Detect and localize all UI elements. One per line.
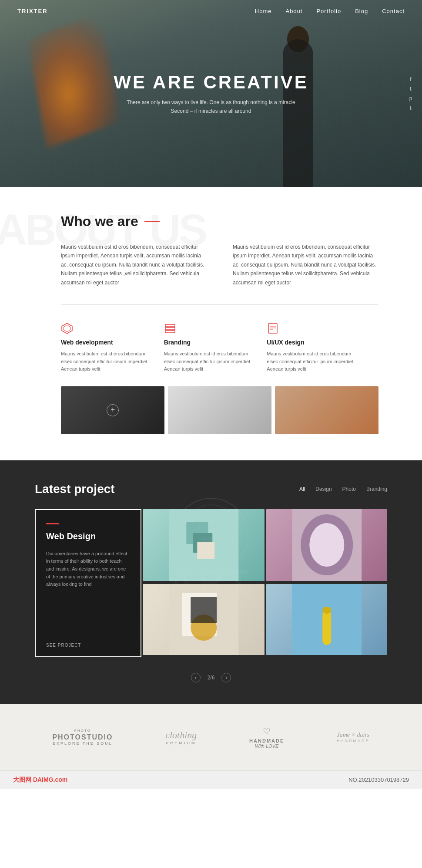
project-image-4[interactable] bbox=[266, 584, 388, 655]
hero-subtitle-2: Second – if miracles are all around bbox=[114, 107, 308, 115]
brand-clothing-name: clothing bbox=[165, 730, 197, 741]
watermark-footer: 大图网 DAIMG.com NO:20210330701987​29 bbox=[0, 770, 422, 789]
portfolio-grid: Web Design Documentaries have a profound… bbox=[0, 509, 422, 657]
project-images bbox=[143, 509, 387, 657]
project-images-top bbox=[143, 509, 387, 582]
svg-point-26 bbox=[322, 607, 331, 614]
nav-blog[interactable]: Blog bbox=[355, 8, 368, 14]
logo: TRIXTER bbox=[17, 8, 48, 14]
filter-design[interactable]: Design bbox=[315, 486, 332, 492]
nav-home[interactable]: Home bbox=[255, 8, 272, 14]
service-web-dev: Web development Mauris vestibulum est id… bbox=[61, 322, 155, 373]
svg-rect-16 bbox=[197, 542, 214, 559]
filter-branding[interactable]: Branding bbox=[366, 486, 387, 492]
plus-icon-1: + bbox=[107, 404, 119, 416]
next-page-button[interactable]: › bbox=[221, 673, 231, 682]
brand-clothing-sub: PREMIUM bbox=[165, 741, 197, 745]
main-nav: Home About Portfolio Blog Contact bbox=[255, 8, 405, 14]
brand-handmade-line1: HANDMADE bbox=[249, 738, 284, 743]
project-card-main[interactable]: Web Design Documentaries have a profound… bbox=[35, 509, 141, 657]
svg-rect-23 bbox=[191, 597, 217, 623]
about-col-1: Mauris vestibulum est id eros bibendum, … bbox=[61, 243, 207, 287]
portfolio-filters: All Design Photo Branding bbox=[299, 486, 387, 492]
nav-portfolio[interactable]: Portfolio bbox=[316, 8, 341, 14]
brand-photostudio-name: PHOTOSTUDIO bbox=[52, 733, 113, 741]
service-branding: Branding Mauris vestibulum est id eros b… bbox=[164, 322, 258, 373]
svg-rect-4 bbox=[165, 331, 175, 333]
services-grid: Web development Mauris vestibulum est id… bbox=[61, 322, 378, 373]
project-link[interactable]: SEE PROJECT bbox=[46, 643, 130, 648]
svg-rect-5 bbox=[268, 324, 277, 333]
service-web-dev-text: Mauris vestibulum est id eros bibendum e… bbox=[61, 350, 155, 373]
watermark-left: 大图网 DAIMG.com bbox=[13, 776, 67, 784]
prev-page-button[interactable]: ‹ bbox=[191, 673, 201, 682]
watermark-right: NO:20210330701987​29 bbox=[348, 777, 409, 783]
svg-rect-25 bbox=[322, 610, 331, 645]
service-branding-text: Mauris vestibulum est id eros bibendum e… bbox=[164, 350, 258, 373]
project-image-3[interactable] bbox=[143, 584, 265, 655]
heart-icon: ♡ bbox=[263, 726, 271, 736]
brand-handmade: ♡ HANDMADE With LOVE bbox=[249, 726, 284, 749]
branding-icon bbox=[164, 322, 176, 334]
project-accent bbox=[46, 523, 59, 524]
portfolio-section: ART Latest project All Design Photo Bran… bbox=[0, 460, 422, 704]
service-web-dev-title: Web development bbox=[61, 339, 155, 346]
service-uiux-title: UI/UX design bbox=[267, 339, 361, 346]
twitter-icon[interactable]: t bbox=[406, 86, 415, 92]
brand-samedairs: Jame × dairs HANDMADE bbox=[337, 732, 370, 743]
svg-point-19 bbox=[309, 523, 344, 567]
project-desc: Documentaries have a profound effect in … bbox=[46, 550, 130, 636]
portfolio-header: Latest project All Design Photo Branding bbox=[0, 482, 422, 496]
service-image-2[interactable] bbox=[168, 386, 271, 434]
pinterest-icon[interactable]: p bbox=[406, 95, 415, 101]
web-dev-icon bbox=[61, 322, 73, 334]
about-title: Who we are bbox=[61, 213, 138, 230]
service-branding-title: Branding bbox=[164, 339, 258, 346]
service-uiux: UI/UX design Mauris vestibulum est id er… bbox=[267, 322, 361, 373]
hero-title: WE ARE CREATIVE bbox=[114, 72, 308, 93]
brand-photostudio-sub: EXPLORE THE SOUL bbox=[52, 741, 113, 746]
page-info: 2/6 bbox=[208, 675, 215, 681]
portfolio-title: Latest project bbox=[35, 482, 299, 496]
about-accent-line bbox=[144, 221, 160, 222]
about-divider bbox=[61, 304, 378, 305]
project-image-1[interactable] bbox=[143, 509, 265, 581]
nav-about[interactable]: About bbox=[285, 8, 302, 14]
portfolio-pagination: ‹ 2/6 › bbox=[0, 666, 422, 687]
brand-photostudio: PHOTO PHOTOSTUDIO EXPLORE THE SOUL bbox=[52, 729, 113, 746]
project-name: Web Design bbox=[46, 531, 130, 541]
service-images: + bbox=[61, 386, 378, 434]
brand-clothing: clothing PREMIUM bbox=[165, 730, 197, 745]
svg-marker-1 bbox=[64, 325, 70, 332]
hero-subtitle-1: There are only two ways to live life. On… bbox=[114, 98, 308, 107]
brand-samedairs-name: Jame × dairs bbox=[337, 732, 369, 739]
brands-section: PHOTO PHOTOSTUDIO EXPLORE THE SOUL cloth… bbox=[0, 704, 422, 770]
filter-all[interactable]: All bbox=[299, 486, 305, 492]
brand-photostudio-top: PHOTO bbox=[52, 729, 113, 733]
about-section: ABOUT US Who we are Mauris vestibulum es… bbox=[0, 187, 422, 460]
about-heading: Who we are bbox=[61, 213, 378, 230]
project-images-bottom bbox=[143, 584, 387, 657]
header: TRIXTER Home About Portfolio Blog Contac… bbox=[0, 0, 422, 22]
svg-rect-2 bbox=[165, 324, 175, 327]
service-image-3[interactable] bbox=[275, 386, 378, 434]
brand-samedairs-sub: HANDMADE bbox=[337, 739, 370, 743]
brand-handmade-line2: With LOVE bbox=[255, 743, 278, 749]
about-col-2: Mauris vestibulum est id eros bibendum, … bbox=[233, 243, 378, 287]
service-image-1[interactable]: + bbox=[61, 386, 164, 434]
hero-content: WE ARE CREATIVE There are only two ways … bbox=[114, 72, 308, 116]
facebook-icon[interactable]: f bbox=[406, 76, 415, 82]
nav-contact[interactable]: Contact bbox=[382, 8, 405, 14]
hero-section: WE ARE CREATIVE There are only two ways … bbox=[0, 0, 422, 187]
service-uiux-text: Mauris vestibulum est id eros bibendum e… bbox=[267, 350, 361, 373]
uiux-icon bbox=[267, 322, 279, 334]
filter-photo[interactable]: Photo bbox=[342, 486, 356, 492]
project-image-2[interactable] bbox=[266, 509, 388, 581]
svg-rect-3 bbox=[165, 328, 175, 330]
about-columns: Mauris vestibulum est id eros bibendum, … bbox=[61, 243, 378, 287]
social-icons: f t p t bbox=[406, 76, 415, 111]
tumblr-icon[interactable]: t bbox=[406, 105, 415, 111]
